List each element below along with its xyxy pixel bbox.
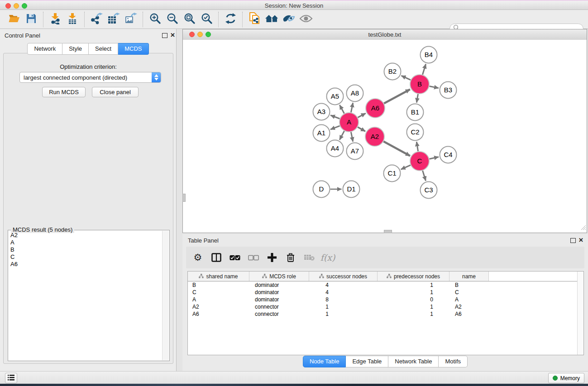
table-cell[interactable]: A bbox=[449, 296, 489, 303]
table-cell[interactable]: 1 bbox=[309, 304, 378, 310]
node-C2[interactable]: C2 bbox=[407, 124, 424, 141]
result-item[interactable]: B bbox=[9, 246, 163, 253]
table-cell[interactable]: 8 bbox=[309, 296, 378, 303]
export-image-button[interactable] bbox=[122, 12, 139, 27]
node-B1[interactable]: B1 bbox=[407, 104, 424, 121]
close-panel-icon[interactable]: ✕ bbox=[170, 32, 175, 38]
edge-A2-C[interactable] bbox=[383, 142, 410, 156]
node-D[interactable]: D bbox=[313, 181, 330, 198]
table-row[interactable]: Adominator80A bbox=[188, 296, 583, 303]
split-columns-icon[interactable] bbox=[211, 252, 222, 263]
column-header-shared-name[interactable]: shared name bbox=[188, 272, 249, 281]
float-panel-icon[interactable] bbox=[162, 33, 167, 38]
node-C1[interactable]: C1 bbox=[384, 165, 401, 182]
edge-A6-B[interactable] bbox=[384, 89, 410, 103]
add-column-icon[interactable] bbox=[267, 252, 277, 263]
edge-B-B3[interactable] bbox=[430, 86, 439, 88]
edge-C-C2[interactable] bbox=[416, 142, 418, 151]
select-all-icon[interactable] bbox=[229, 252, 240, 263]
zoom-fit-button[interactable] bbox=[181, 12, 198, 27]
table-cell[interactable]: 0 bbox=[378, 296, 449, 303]
tab-network[interactable]: Network bbox=[27, 43, 62, 55]
function-builder-icon[interactable]: f(x) bbox=[322, 252, 333, 263]
table-cell[interactable]: A2 bbox=[449, 304, 489, 310]
table-row[interactable]: Bdominator41B bbox=[188, 281, 583, 289]
column-header-successor-nodes[interactable]: successor nodes bbox=[309, 272, 378, 281]
float-panel-icon[interactable] bbox=[570, 238, 576, 243]
result-item[interactable]: A6 bbox=[9, 261, 163, 268]
edge-A-A7[interactable] bbox=[351, 132, 353, 142]
node-A8[interactable]: A8 bbox=[347, 85, 363, 102]
table-cell[interactable]: 1 bbox=[378, 311, 449, 317]
export-table-button[interactable] bbox=[105, 12, 122, 27]
node-B[interactable]: B bbox=[410, 75, 429, 94]
node-A2[interactable]: A2 bbox=[365, 127, 384, 146]
column-header-name[interactable]: name bbox=[449, 272, 489, 281]
tab-mcds[interactable]: MCDS bbox=[118, 43, 148, 55]
zoom-out-button[interactable] bbox=[163, 12, 181, 27]
table-row[interactable]: A2connector11A2 bbox=[188, 303, 583, 310]
mcds-result-list[interactable]: A2ABCA6 bbox=[9, 232, 163, 360]
table-cell[interactable]: 1 bbox=[378, 282, 449, 288]
node-B4[interactable]: B4 bbox=[421, 47, 437, 63]
double-home-button[interactable] bbox=[263, 12, 280, 27]
network-graph[interactable]: AA1A2A3A4A5A6A7A8BB1B2B3B4CC1C2C3C4DD1 bbox=[183, 40, 587, 233]
table-cell[interactable]: 1 bbox=[378, 289, 449, 295]
table-cell[interactable]: connector bbox=[249, 304, 309, 310]
result-item[interactable]: C bbox=[9, 253, 163, 261]
node-C4[interactable]: C4 bbox=[440, 147, 457, 163]
edge-C-C4[interactable] bbox=[429, 157, 439, 159]
edge-A-A3[interactable] bbox=[330, 115, 339, 119]
edge-C-C3[interactable] bbox=[423, 171, 426, 181]
edge-A-A4[interactable] bbox=[339, 131, 344, 140]
edge-C-C1[interactable] bbox=[401, 165, 411, 169]
eye-button[interactable] bbox=[297, 12, 315, 27]
node-A3[interactable]: A3 bbox=[313, 104, 330, 120]
table-cell[interactable]: dominator bbox=[249, 289, 309, 295]
zoom-in-button[interactable] bbox=[146, 12, 163, 27]
node-B3[interactable]: B3 bbox=[440, 82, 457, 99]
table-cell[interactable]: 1 bbox=[378, 304, 449, 310]
node-A7[interactable]: A7 bbox=[347, 143, 363, 160]
edge-A-A8[interactable] bbox=[351, 103, 353, 112]
node-D1[interactable]: D1 bbox=[343, 181, 360, 198]
table-cell[interactable]: A2 bbox=[188, 304, 249, 310]
import-table-button[interactable] bbox=[64, 12, 81, 27]
delete-column-icon[interactable] bbox=[285, 252, 296, 263]
tab-edge-table[interactable]: Edge Table bbox=[346, 356, 388, 367]
node-A6[interactable]: A6 bbox=[366, 99, 385, 118]
clone-network-button[interactable] bbox=[246, 12, 263, 27]
tab-network-table[interactable]: Network Table bbox=[388, 356, 439, 367]
close-panel-icon[interactable]: ✕ bbox=[578, 237, 583, 243]
edge-B-B4[interactable] bbox=[422, 64, 425, 75]
export-network-button[interactable] bbox=[88, 12, 105, 27]
settings-gear-icon[interactable]: ⚙ bbox=[192, 252, 203, 263]
table-cell[interactable]: C bbox=[449, 289, 489, 295]
tab-motifs[interactable]: Motifs bbox=[439, 356, 468, 367]
tab-node-table[interactable]: Node Table bbox=[303, 356, 346, 367]
edge-A-A2[interactable] bbox=[358, 127, 365, 131]
network-window-titlebar[interactable]: testGlobe.txt bbox=[183, 29, 587, 40]
table-cell[interactable]: B bbox=[449, 282, 489, 288]
criterion-select[interactable]: largest connected component (directed) bbox=[19, 72, 161, 83]
table-cell[interactable]: C bbox=[188, 289, 249, 295]
node-C3[interactable]: C3 bbox=[421, 182, 437, 199]
table-cell[interactable]: 4 bbox=[309, 289, 378, 295]
table-cell[interactable]: connector bbox=[249, 311, 309, 317]
node-A1[interactable]: A1 bbox=[313, 125, 330, 142]
table-cell[interactable]: dominator bbox=[249, 296, 309, 303]
save-session-button[interactable] bbox=[23, 12, 40, 27]
table-cell[interactable]: B bbox=[188, 282, 249, 288]
edge-B-B2[interactable] bbox=[401, 76, 411, 80]
log-console-button[interactable] bbox=[5, 373, 17, 383]
table-row[interactable]: Cdominator41C bbox=[188, 289, 583, 296]
table-cell[interactable]: 1 bbox=[309, 311, 378, 317]
node-A[interactable]: A bbox=[339, 113, 359, 132]
zoom-selected-button[interactable] bbox=[198, 12, 215, 27]
frame-left-grip[interactable] bbox=[182, 194, 186, 202]
edge-A-A6[interactable] bbox=[358, 113, 365, 117]
import-network-button[interactable] bbox=[47, 12, 64, 27]
memory-button[interactable]: Memory bbox=[548, 373, 584, 383]
column-header-predecessor-nodes[interactable]: predecessor nodes bbox=[378, 272, 449, 281]
table-cell[interactable]: A bbox=[188, 296, 249, 303]
